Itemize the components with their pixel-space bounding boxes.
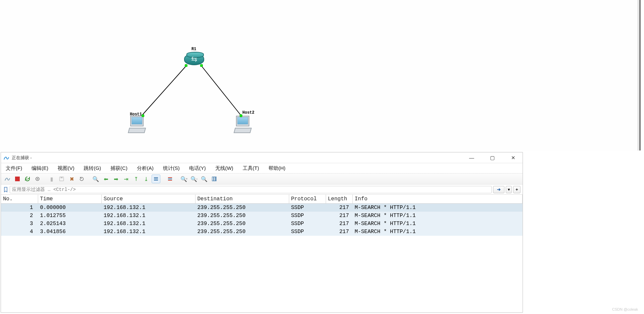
port-dot [142,114,144,117]
cell-destination: 239.255.255.250 [195,220,289,228]
filter-history-dropdown[interactable]: ▾ [506,186,512,193]
cell-destination: 239.255.255.250 [195,204,289,212]
zoom-out-button[interactable]: 🔍− [190,175,198,183]
restart-capture-button[interactable] [23,175,32,183]
menu-item-3[interactable]: 跳转(G) [84,165,101,172]
cell-source: 192.168.132.1 [101,212,195,220]
open-file-button[interactable]: ▮ [47,175,56,183]
port-dot [240,114,242,117]
host2-node[interactable] [234,116,251,133]
svg-rect-7 [154,179,158,179]
cell-info: M-SEARCH * HTTP/1.1 [352,204,522,212]
minimize-button[interactable]: — [465,155,478,161]
port-dot [185,64,187,67]
cell-protocol: SSDP [289,228,326,236]
resize-columns-button[interactable] [210,175,219,183]
svg-rect-14 [216,177,216,181]
menu-item-10[interactable]: 帮助(H) [268,165,286,172]
titlebar[interactable]: 正在捕获 - — ▢ ✕ [1,152,522,163]
cell-time: 1.012755 [38,212,101,220]
cell-time: 0.000000 [38,204,101,212]
find-packet-button[interactable]: 🔍 [91,175,100,183]
go-first-button[interactable]: ⤒ [132,175,140,183]
pc-base-icon [128,128,146,133]
menu-item-0[interactable]: 文件(F) [6,165,22,172]
cell-source: 192.168.132.1 [101,228,195,236]
zoom-in-button[interactable]: 🔍+ [180,175,188,183]
cell-protocol: SSDP [289,204,326,212]
go-forward-button[interactable]: ➡ [111,175,120,183]
menu-item-5[interactable]: 分析(A) [137,165,154,172]
menu-item-8[interactable]: 无线(W) [215,165,233,172]
cell-time: 3.041856 [38,228,101,236]
save-file-button[interactable] [57,175,66,183]
menu-item-2[interactable]: 视图(V) [58,165,74,172]
svg-rect-12 [212,177,214,181]
start-capture-icon[interactable] [3,175,12,183]
pc-base-icon [234,128,252,133]
cell-length: 217 [326,212,352,220]
cell-no: 2 [1,212,38,220]
close-file-button[interactable]: ✖ [67,175,76,183]
router-label: R1 [191,47,196,51]
router-r1[interactable]: ⇆ [184,54,204,65]
menu-item-4[interactable]: 捕获(C) [110,165,128,172]
topology-links [0,0,644,151]
packet-row[interactable]: 21.012755192.168.132.1239.255.255.250SSD… [1,212,522,220]
menu-item-7[interactable]: 电话(Y) [189,165,206,172]
host1-node[interactable] [129,116,145,133]
auto-scroll-button[interactable] [152,175,160,183]
cell-info: M-SEARCH * HTTP/1.1 [352,212,522,220]
colorize-button[interactable] [166,175,174,183]
go-last-button[interactable]: ⤓ [142,175,150,183]
col-header-length[interactable]: Length [326,195,352,204]
zoom-reset-button[interactable]: 🔍 [200,175,209,183]
pc-screen-icon [132,117,142,124]
pane-splitter[interactable] [639,0,641,150]
svg-rect-10 [168,179,172,179]
wireshark-window: 正在捕获 - — ▢ ✕ 文件(F)编辑(E)视图(V)跳转(G)捕获(C)分析… [1,152,523,313]
display-filter-input[interactable] [10,186,492,193]
maximize-button[interactable]: ▢ [486,155,499,161]
go-to-packet-button[interactable]: ⇥ [122,175,130,183]
close-button[interactable]: ✕ [506,155,520,161]
col-header-source[interactable]: Source [101,195,195,204]
network-topology-canvas[interactable]: R1 ⇆ Host1 Host2 [0,0,644,151]
window-title: 正在捕获 - [12,155,465,161]
col-header-proto[interactable]: Protocol [289,195,326,204]
display-filter-bar: ➔ ▾ + [1,185,522,195]
cell-no: 1 [1,204,38,212]
cell-no: 3 [1,220,38,228]
svg-rect-6 [154,177,158,178]
col-header-dest[interactable]: Destination [195,195,289,204]
menu-item-1[interactable]: 编辑(E) [31,165,48,172]
reload-button[interactable] [77,175,86,183]
add-filter-button[interactable]: + [513,186,520,193]
svg-rect-13 [214,177,215,181]
packet-row[interactable]: 32.025143192.168.132.1239.255.255.250SSD… [1,220,522,228]
cell-length: 217 [326,228,352,236]
bookmark-icon[interactable] [3,187,8,192]
stop-capture-button[interactable] [13,175,22,183]
packet-row[interactable]: 10.000000192.168.132.1239.255.255.250SSD… [1,204,522,212]
packet-list[interactable]: No. Time Source Destination Protocol Len… [1,195,522,236]
go-back-button[interactable]: ⬅ [101,175,110,183]
menu-item-9[interactable]: 工具(T) [243,165,259,172]
host2-label: Host2 [242,110,254,115]
wireshark-icon [4,155,9,161]
port-dot [200,64,203,67]
svg-point-3 [37,178,38,180]
menu-item-6[interactable]: 统计(S) [163,165,180,172]
cell-protocol: SSDP [289,220,326,228]
apply-filter-button[interactable]: ➔ [493,186,504,193]
cell-source: 192.168.132.1 [101,204,195,212]
col-header-info[interactable]: Info [352,195,522,204]
col-header-no[interactable]: No. [1,195,38,204]
cell-source: 192.168.132.1 [101,220,195,228]
packet-row[interactable]: 43.041856192.168.132.1239.255.255.250SSD… [1,228,522,236]
svg-rect-8 [154,180,158,181]
capture-options-button[interactable] [33,175,42,183]
col-header-time[interactable]: Time [38,195,101,204]
packet-list-header[interactable]: No. Time Source Destination Protocol Len… [1,195,522,204]
cell-length: 217 [326,204,352,212]
